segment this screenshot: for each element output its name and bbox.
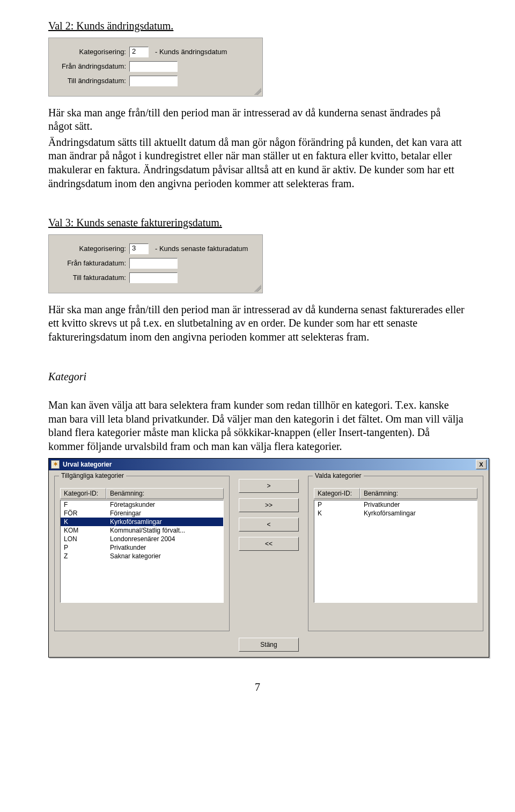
list-item-name: Londonresenärer 2004 (107, 535, 223, 543)
input-to-andring[interactable] (129, 76, 178, 86)
list-item-name: Privatkunder (360, 501, 477, 508)
group-selected-label: Valda kategorier (313, 472, 364, 479)
remove-all-button[interactable]: << (239, 537, 299, 551)
list-item-id: F (61, 501, 107, 508)
col-header-id[interactable]: Kategori-ID: (60, 488, 106, 499)
col-header-name[interactable]: Benämning: (106, 488, 224, 499)
dialog-urval-kategorier: ✶ Urval kategorier X Tillgängliga katego… (48, 458, 489, 658)
list-item[interactable]: LONLondonresenärer 2004 (61, 535, 223, 543)
col-header-id-2[interactable]: Kategori-ID: (314, 488, 360, 499)
close-button[interactable]: Stäng (239, 638, 299, 652)
list-item-id: K (314, 510, 360, 517)
list-item[interactable]: PPrivatkunder (61, 543, 223, 552)
list-item-id: FÖR (61, 510, 107, 517)
panel-andringsdatum: Kategorisering: 2 - Kunds ändringsdatum … (48, 38, 263, 97)
list-item-name: Privatkunder (107, 544, 223, 551)
add-all-button[interactable]: >> (239, 498, 299, 512)
para-val2-detail: Ändringsdatum sätts till aktuellt datum … (48, 136, 467, 190)
page-number: 7 (48, 681, 467, 693)
label-kategorisering-2: Kategorisering: (56, 245, 129, 253)
list-item[interactable]: ZSaknar kategorier (61, 552, 223, 560)
group-available: Tillgängliga kategorier Kategori-ID: Ben… (54, 476, 230, 631)
input-kategorisering-2[interactable]: 3 (129, 243, 149, 254)
group-selected: Valda kategorier Kategori-ID: Benämning:… (308, 476, 483, 631)
remove-button[interactable]: < (239, 518, 299, 532)
list-item-name: Företagskunder (107, 501, 223, 508)
titlebar[interactable]: ✶ Urval kategorier X (49, 459, 489, 470)
close-icon[interactable]: X (476, 460, 487, 469)
list-item[interactable]: PPrivatkunder (314, 500, 477, 509)
label-to-andring: Till ändringsdatum: (56, 77, 129, 85)
transfer-buttons: > >> < << (234, 476, 304, 631)
text-kategorisering-desc-2: - Kunds senaste fakturadatum (155, 245, 248, 253)
input-from-andring[interactable] (129, 61, 178, 72)
resize-grip-icon (254, 284, 261, 292)
text-kategorisering-desc: - Kunds ändringsdatum (155, 48, 227, 56)
heading-kategori: Kategori (48, 370, 467, 384)
list-item-id: Z (61, 552, 107, 560)
para-kategori: Man kan även välja att bara selektera fr… (48, 398, 467, 453)
list-item-id: P (61, 544, 107, 551)
group-available-label: Tillgängliga kategorier (59, 472, 126, 479)
para-val2-intro: Här ska man ange från/till den period ma… (48, 106, 467, 134)
label-kategorisering: Kategorisering: (56, 48, 129, 56)
resize-grip-icon (254, 87, 261, 95)
heading-val3: Val 3: Kunds senaste faktureringsdatum. (48, 216, 467, 230)
label-to-faktura: Till fakturadatum: (56, 274, 129, 282)
para-val3: Här ska man ange från/till den period ma… (48, 303, 467, 344)
list-item[interactable]: KOMKommunal/Statlig förvalt... (61, 526, 223, 535)
list-item[interactable]: FFöretagskunder (61, 500, 223, 509)
list-item-id: K (61, 518, 107, 526)
dialog-title: Urval kategorier (63, 461, 112, 468)
input-to-faktura[interactable] (129, 272, 178, 283)
input-from-faktura[interactable] (129, 258, 178, 269)
list-item-id: KOM (61, 527, 107, 534)
listbox-selected[interactable]: PPrivatkunderKKyrkoförsamlingar (314, 500, 477, 603)
add-button[interactable]: > (239, 479, 299, 493)
list-item-id: P (314, 501, 360, 508)
heading-val2: Val 2: Kunds ändringsdatum. (48, 19, 467, 33)
list-item-name: Kyrkoförsamlingar (107, 518, 223, 526)
panel-fakturadatum: Kategorisering: 3 - Kunds senaste faktur… (48, 234, 263, 293)
list-item-id: LON (61, 535, 107, 543)
list-item-name: Kommunal/Statlig förvalt... (107, 527, 223, 534)
list-item[interactable]: KKyrkoförsamlingar (314, 509, 477, 518)
listbox-available[interactable]: FFöretagskunderFÖRFöreningarKKyrkoförsam… (60, 500, 224, 603)
list-item[interactable]: FÖRFöreningar (61, 509, 223, 518)
list-item-name: Kyrkoförsamlingar (360, 510, 477, 517)
input-kategorisering[interactable]: 2 (129, 47, 149, 57)
app-icon: ✶ (51, 460, 60, 469)
col-header-name-2[interactable]: Benämning: (360, 488, 477, 499)
label-from-faktura: Från fakturadatum: (56, 259, 129, 267)
label-from-andring: Från ändringsdatum: (56, 62, 129, 70)
list-item-name: Föreningar (107, 510, 223, 517)
list-item-name: Saknar kategorier (107, 552, 223, 560)
list-item[interactable]: KKyrkoförsamlingar (61, 518, 223, 526)
